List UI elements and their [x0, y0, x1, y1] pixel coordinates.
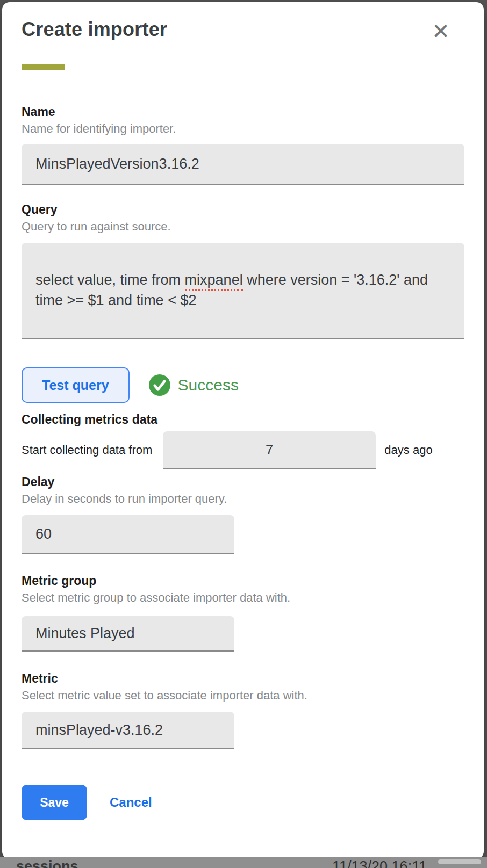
cancel-button[interactable]: Cancel — [110, 795, 152, 810]
days-ago-value: 7 — [266, 442, 273, 458]
success-check-icon — [149, 374, 170, 396]
query-text-before: select value, time from — [35, 272, 185, 288]
delay-label: Delay — [22, 474, 464, 489]
name-label: Name — [22, 104, 464, 119]
dialog-actions: Save Cancel — [22, 785, 464, 820]
save-button[interactable]: Save — [22, 785, 87, 820]
metric-label: Metric — [22, 671, 464, 686]
name-input-value: MinsPlayedVersion3.16.2 — [35, 156, 199, 172]
metric-group-value: Minutes Played — [35, 625, 135, 642]
delay-description: Delay in seconds to run importer query. — [22, 491, 464, 507]
backdrop-scrollbar — [438, 859, 481, 864]
name-input[interactable]: MinsPlayedVersion3.16.2 — [22, 144, 464, 185]
metric-description: Select metric value set to associate imp… — [22, 688, 464, 703]
metric-group-section: Metric group Select metric group to asso… — [22, 573, 464, 652]
collecting-row: Start collecting data from 7 days ago — [22, 431, 464, 469]
accent-bar — [22, 64, 65, 70]
page-backdrop: sessions 11/13/20 16:11 — [0, 857, 487, 868]
query-description: Query to run against source. — [22, 219, 464, 234]
metric-group-select[interactable]: Minutes Played — [22, 616, 234, 652]
backdrop-sessions-text: sessions — [16, 858, 78, 868]
metric-select[interactable]: minsPlayed-v3.16.2 — [22, 712, 234, 749]
dialog-title: Create importer — [22, 18, 464, 41]
backdrop-timestamp-text: 11/13/20 16:11 — [332, 858, 427, 868]
close-icon[interactable]: ✕ — [428, 18, 454, 44]
metric-value: minsPlayed-v3.16.2 — [35, 722, 163, 739]
query-section: Query Query to run against source. selec… — [22, 202, 464, 339]
query-label: Query — [22, 202, 464, 217]
delay-input[interactable]: 60 — [22, 515, 234, 554]
collecting-prefix-label: Start collecting data from — [22, 443, 152, 457]
test-query-row: Test query Success — [22, 367, 464, 403]
query-spellcheck-word: mixpanel — [185, 272, 243, 291]
name-description: Name for identifying importer. — [22, 121, 464, 136]
test-status-label: Success — [178, 376, 239, 394]
create-importer-dialog: Create importer ✕ Name Name for identify… — [2, 2, 484, 859]
metric-group-description: Select metric group to associate importe… — [22, 590, 464, 605]
name-section: Name Name for identifying importer. Mins… — [22, 104, 464, 185]
test-status: Success — [149, 374, 239, 396]
query-textarea[interactable]: select value, time from mixpanel where v… — [22, 243, 464, 339]
metric-group-label: Metric group — [22, 573, 464, 588]
days-ago-input[interactable]: 7 — [163, 431, 376, 469]
delay-input-value: 60 — [35, 526, 52, 542]
collecting-heading: Collecting metrics data — [22, 413, 464, 427]
delay-section: Delay Delay in seconds to run importer q… — [22, 474, 464, 554]
metric-section: Metric Select metric value set to associ… — [22, 671, 464, 749]
collecting-suffix-label: days ago — [384, 443, 432, 457]
test-query-button[interactable]: Test query — [22, 367, 130, 403]
